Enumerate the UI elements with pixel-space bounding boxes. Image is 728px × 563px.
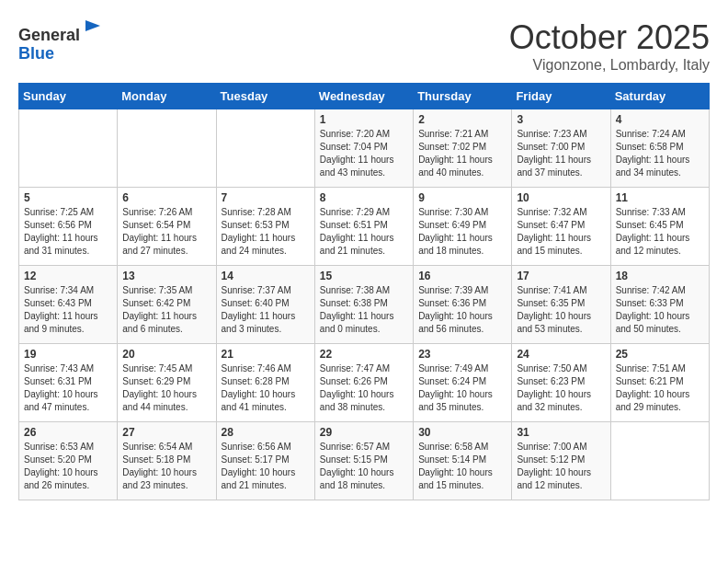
cell-content: Sunset: 6:47 PM bbox=[517, 219, 605, 232]
day-number: 1 bbox=[320, 113, 408, 126]
day-number: 26 bbox=[24, 426, 112, 439]
cell-content: Sunset: 6:36 PM bbox=[418, 297, 506, 310]
calendar-week-row: 1Sunrise: 7:20 AMSunset: 7:04 PMDaylight… bbox=[19, 109, 710, 188]
cell-content: Sunrise: 7:21 AM bbox=[418, 128, 506, 141]
calendar-cell: 25Sunrise: 7:51 AMSunset: 6:21 PMDayligh… bbox=[610, 344, 709, 422]
cell-content: Daylight: 11 hours and 6 minutes. bbox=[122, 310, 210, 336]
svg-marker-0 bbox=[85, 20, 100, 31]
cell-content: Sunset: 6:23 PM bbox=[517, 375, 605, 388]
cell-content: Daylight: 10 hours and 56 minutes. bbox=[418, 310, 506, 336]
cell-content: Sunrise: 7:28 AM bbox=[222, 206, 310, 219]
cell-content: Sunset: 6:28 PM bbox=[222, 375, 310, 388]
cell-content: Sunrise: 7:45 AM bbox=[122, 362, 210, 375]
day-number: 31 bbox=[517, 426, 605, 439]
day-number: 21 bbox=[222, 348, 310, 361]
day-number: 30 bbox=[418, 426, 506, 439]
cell-content: Daylight: 10 hours and 18 minutes. bbox=[320, 466, 408, 492]
cell-content: Sunrise: 7:49 AM bbox=[418, 362, 506, 375]
day-number: 7 bbox=[222, 191, 310, 204]
calendar-cell: 14Sunrise: 7:37 AMSunset: 6:40 PMDayligh… bbox=[216, 266, 314, 344]
cell-content: Sunrise: 7:39 AM bbox=[418, 284, 506, 297]
calendar-cell: 15Sunrise: 7:38 AMSunset: 6:38 PMDayligh… bbox=[314, 266, 413, 344]
calendar-cell: 6Sunrise: 7:26 AMSunset: 6:54 PMDaylight… bbox=[118, 188, 216, 266]
cell-content: Daylight: 11 hours and 21 minutes. bbox=[320, 232, 408, 258]
cell-content: Daylight: 11 hours and 0 minutes. bbox=[320, 310, 408, 336]
cell-content: Sunrise: 7:41 AM bbox=[517, 284, 605, 297]
calendar-cell bbox=[118, 109, 216, 188]
cell-content: Sunrise: 6:53 AM bbox=[24, 441, 112, 454]
calendar-week-row: 5Sunrise: 7:25 AMSunset: 6:56 PMDaylight… bbox=[19, 188, 710, 266]
calendar-cell: 10Sunrise: 7:32 AMSunset: 6:47 PMDayligh… bbox=[512, 188, 610, 266]
cell-content: Daylight: 11 hours and 40 minutes. bbox=[418, 154, 506, 179]
cell-content: Sunrise: 7:34 AM bbox=[24, 284, 112, 297]
day-number: 25 bbox=[616, 348, 704, 361]
cell-content: Daylight: 10 hours and 12 minutes. bbox=[517, 466, 605, 492]
calendar-header-row: SundayMondayTuesdayWednesdayThursdayFrid… bbox=[19, 84, 710, 109]
cell-content: Daylight: 10 hours and 50 minutes. bbox=[616, 310, 704, 336]
cell-content: Sunset: 6:31 PM bbox=[24, 375, 112, 388]
page-header: General Blue October 2025 Vigonzone, Lom… bbox=[18, 18, 710, 74]
cell-content: Daylight: 10 hours and 53 minutes. bbox=[517, 310, 605, 336]
column-header-tuesday: Tuesday bbox=[216, 84, 314, 109]
day-number: 20 bbox=[122, 348, 210, 361]
cell-content: Sunset: 6:51 PM bbox=[320, 219, 408, 232]
cell-content: Sunset: 5:15 PM bbox=[320, 454, 408, 466]
title-block: October 2025 Vigonzone, Lombardy, Italy bbox=[509, 18, 710, 74]
column-header-wednesday: Wednesday bbox=[314, 84, 413, 109]
day-number: 24 bbox=[517, 348, 605, 361]
cell-content: Sunset: 6:35 PM bbox=[517, 297, 605, 310]
cell-content: Daylight: 11 hours and 15 minutes. bbox=[517, 232, 605, 258]
cell-content: Sunset: 6:38 PM bbox=[320, 297, 408, 310]
cell-content: Sunset: 6:43 PM bbox=[24, 297, 112, 310]
cell-content: Sunrise: 7:38 AM bbox=[320, 284, 408, 297]
cell-content: Sunset: 6:56 PM bbox=[24, 219, 112, 232]
cell-content: Daylight: 10 hours and 41 minutes. bbox=[222, 388, 310, 414]
calendar-cell: 22Sunrise: 7:47 AMSunset: 6:26 PMDayligh… bbox=[314, 344, 413, 422]
day-number: 10 bbox=[517, 191, 605, 204]
calendar-week-row: 19Sunrise: 7:43 AMSunset: 6:31 PMDayligh… bbox=[19, 344, 710, 422]
cell-content: Sunrise: 7:00 AM bbox=[517, 441, 605, 454]
calendar-cell: 24Sunrise: 7:50 AMSunset: 6:23 PMDayligh… bbox=[512, 344, 610, 422]
cell-content: Sunset: 7:04 PM bbox=[320, 141, 408, 154]
cell-content: Sunrise: 7:51 AM bbox=[616, 362, 704, 375]
day-number: 2 bbox=[418, 113, 506, 126]
logo: General Blue bbox=[18, 18, 104, 63]
cell-content: Sunrise: 6:58 AM bbox=[418, 441, 506, 454]
cell-content: Daylight: 11 hours and 18 minutes. bbox=[418, 232, 506, 258]
cell-content: Sunrise: 7:43 AM bbox=[24, 362, 112, 375]
calendar-cell: 2Sunrise: 7:21 AMSunset: 7:02 PMDaylight… bbox=[414, 109, 512, 188]
column-header-friday: Friday bbox=[512, 84, 610, 109]
cell-content: Sunset: 6:53 PM bbox=[222, 219, 310, 232]
cell-content: Sunrise: 7:29 AM bbox=[320, 206, 408, 219]
column-header-saturday: Saturday bbox=[610, 84, 709, 109]
day-number: 28 bbox=[222, 426, 310, 439]
day-number: 22 bbox=[320, 348, 408, 361]
day-number: 11 bbox=[616, 191, 704, 204]
calendar-cell: 18Sunrise: 7:42 AMSunset: 6:33 PMDayligh… bbox=[610, 266, 709, 344]
calendar-cell: 23Sunrise: 7:49 AMSunset: 6:24 PMDayligh… bbox=[414, 344, 512, 422]
cell-content: Daylight: 11 hours and 24 minutes. bbox=[222, 232, 310, 258]
cell-content: Sunrise: 7:32 AM bbox=[517, 206, 605, 219]
cell-content: Sunset: 5:17 PM bbox=[222, 454, 310, 466]
calendar-cell: 31Sunrise: 7:00 AMSunset: 5:12 PMDayligh… bbox=[512, 422, 610, 500]
cell-content: Sunset: 6:42 PM bbox=[122, 297, 210, 310]
cell-content: Sunrise: 7:25 AM bbox=[24, 206, 112, 219]
cell-content: Sunset: 6:58 PM bbox=[616, 141, 704, 154]
cell-content: Daylight: 11 hours and 34 minutes. bbox=[616, 154, 704, 179]
cell-content: Sunset: 6:40 PM bbox=[222, 297, 310, 310]
cell-content: Sunrise: 7:37 AM bbox=[222, 284, 310, 297]
cell-content: Sunset: 5:14 PM bbox=[418, 454, 506, 466]
calendar-cell: 9Sunrise: 7:30 AMSunset: 6:49 PMDaylight… bbox=[414, 188, 512, 266]
cell-content: Sunrise: 7:20 AM bbox=[320, 128, 408, 141]
cell-content: Sunset: 6:49 PM bbox=[418, 219, 506, 232]
cell-content: Daylight: 10 hours and 32 minutes. bbox=[517, 388, 605, 414]
cell-content: Daylight: 10 hours and 47 minutes. bbox=[24, 388, 112, 414]
calendar-cell: 3Sunrise: 7:23 AMSunset: 7:00 PMDaylight… bbox=[512, 109, 610, 188]
column-header-monday: Monday bbox=[118, 84, 216, 109]
cell-content: Sunrise: 7:33 AM bbox=[616, 206, 704, 219]
calendar-week-row: 12Sunrise: 7:34 AMSunset: 6:43 PMDayligh… bbox=[19, 266, 710, 344]
calendar-cell: 29Sunrise: 6:57 AMSunset: 5:15 PMDayligh… bbox=[314, 422, 413, 500]
calendar-cell: 1Sunrise: 7:20 AMSunset: 7:04 PMDaylight… bbox=[314, 109, 413, 188]
calendar-cell: 7Sunrise: 7:28 AMSunset: 6:53 PMDaylight… bbox=[216, 188, 314, 266]
cell-content: Sunset: 5:20 PM bbox=[24, 454, 112, 466]
